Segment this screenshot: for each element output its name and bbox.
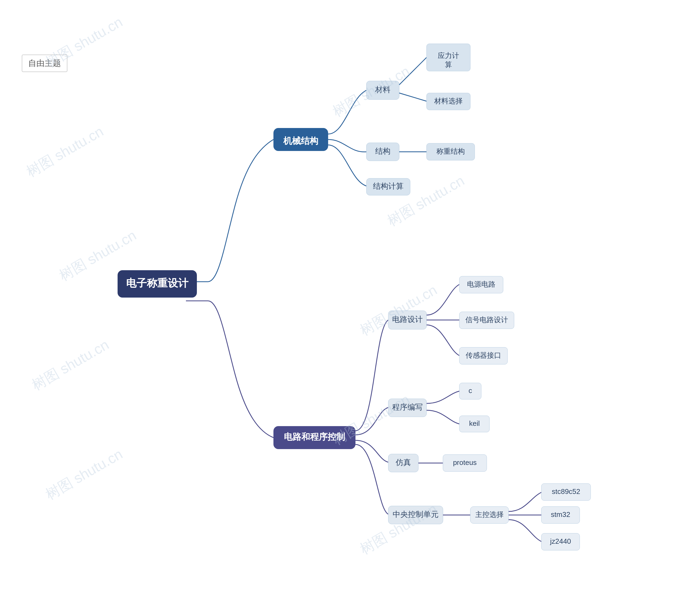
line-cd-power [427,284,459,315]
node-stress-calc-label2: 算 [445,60,452,69]
node-power-circuit-label: 电源电路 [467,280,496,288]
node-keil-label: keil [469,419,480,428]
line-ms-jz [508,520,542,541]
line-mech-structcalc [328,145,366,186]
node-struct-calc-label: 结构计算 [373,182,404,190]
line-prog-c [427,391,459,403]
node-simulation-label: 仿真 [395,458,411,466]
node-programming-label: 程序编写 [392,403,423,411]
node-stress-calc-label: 应力计 [438,51,459,60]
node-proteus-label: proteus [453,458,477,466]
node-center-label: 电子称重设计 [126,277,189,289]
node-master-select-label: 主控选择 [475,510,504,519]
line-mech-structure [328,139,366,152]
node-structure-label: 结构 [375,147,391,155]
line-circuit-circuitdesign [355,320,388,431]
node-stc89c52-label: stc89c52 [552,487,580,495]
node-control-unit-label: 中央控制单元 [393,510,439,519]
node-weighing-structure-label: 称重结构 [437,147,465,155]
line-mech-material [328,90,366,134]
line-circuit-programming [355,407,388,435]
node-material-select-label: 材料选择 [434,97,463,105]
mindmap-svg: 机械结构 材料 应力计 算 材料选择 结构 称重结构 结构计算 电路和程序控制 … [0,0,700,611]
node-circuit-program-label: 电路和程序控制 [284,432,345,442]
line-prog-keil [427,410,459,424]
node-signal-circuit-label: 信号电路设计 [466,316,508,324]
node-c-lang-label: c [469,386,472,395]
node-jz2440-label: jz2440 [550,537,571,545]
line-material-matselect [399,93,427,101]
node-stm32-label: stm32 [551,510,570,519]
line-center-to-mechanical [186,139,273,282]
node-material-label: 材料 [375,85,391,94]
line-circuit-control [355,444,388,514]
line-material-stress [399,57,427,85]
node-circuit-design-label: 电路设计 [392,315,423,324]
line-circuit-simulation [355,440,388,462]
line-center-to-circuit [186,301,273,437]
line-ms-stc [508,492,542,511]
line-cd-sensor [427,325,459,356]
node-mechanical-label: 机械结构 [283,136,318,146]
node-sensor-interface-label: 传感器接口 [466,351,501,359]
